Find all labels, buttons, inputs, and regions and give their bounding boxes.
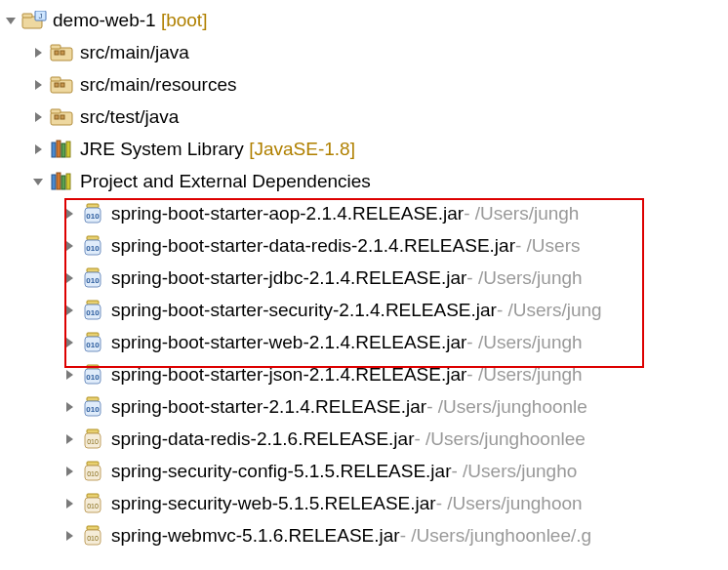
jar-item[interactable]: 010spring-webmvc-5.1.6.RELEASE.jar - /Us… xyxy=(0,519,728,551)
folder-label: src/main/resources xyxy=(80,74,237,96)
svg-text:010: 010 xyxy=(87,503,99,509)
jre-library[interactable]: JRE System Library [JavaSE-1.8] xyxy=(0,133,728,165)
library-icon xyxy=(49,139,74,160)
svg-rect-33 xyxy=(87,301,99,305)
collapse-arrow-icon[interactable] xyxy=(61,302,78,319)
project-tree: J demo-web-1 [boot] src/main/java xyxy=(0,0,728,555)
jar-icon: 010 xyxy=(80,300,105,321)
collapse-arrow-icon[interactable] xyxy=(61,237,78,255)
jar-name: spring-webmvc-5.1.6.RELEASE.jar xyxy=(111,525,400,547)
jar-icon: 010 xyxy=(80,235,105,257)
jar-item[interactable]: 010spring-data-redis-2.1.6.RELEASE.jar -… xyxy=(0,423,728,455)
jar-path: - /Users/junghoon xyxy=(436,493,583,514)
svg-rect-22 xyxy=(61,176,65,189)
collapse-arrow-icon[interactable] xyxy=(61,430,78,448)
svg-rect-20 xyxy=(52,175,56,189)
svg-rect-24 xyxy=(87,204,99,208)
jar-icon: 010 xyxy=(80,203,105,224)
svg-rect-16 xyxy=(52,142,56,157)
jar-item[interactable]: 010spring-boot-starter-aop-2.1.4.RELEASE… xyxy=(0,197,728,229)
collapse-arrow-icon[interactable] xyxy=(29,108,47,126)
svg-text:010: 010 xyxy=(87,438,99,445)
svg-rect-19 xyxy=(66,142,70,157)
package-folder-icon xyxy=(49,106,74,128)
svg-rect-15 xyxy=(61,115,64,119)
svg-rect-13 xyxy=(51,109,61,113)
svg-rect-23 xyxy=(66,174,70,189)
folder-label: src/main/java xyxy=(80,42,189,63)
project-root[interactable]: J demo-web-1 [boot] xyxy=(0,4,728,36)
jar-item[interactable]: 010spring-boot-starter-security-2.1.4.RE… xyxy=(0,294,728,326)
svg-rect-42 xyxy=(87,397,99,401)
svg-rect-30 xyxy=(87,268,99,272)
collapse-arrow-icon[interactable] xyxy=(61,205,78,223)
svg-text:010: 010 xyxy=(86,341,100,349)
svg-text:010: 010 xyxy=(86,308,100,317)
collapse-arrow-icon[interactable] xyxy=(61,269,78,287)
jar-name: spring-boot-starter-2.1.4.RELEASE.jar xyxy=(111,396,426,418)
svg-rect-9 xyxy=(51,77,61,81)
svg-rect-6 xyxy=(55,51,59,55)
collapse-arrow-icon[interactable] xyxy=(61,398,78,416)
svg-rect-45 xyxy=(87,429,99,433)
svg-rect-17 xyxy=(57,141,61,157)
jar-name: spring-security-web-5.1.5.RELEASE.jar xyxy=(111,493,436,514)
jar-item[interactable]: 010spring-boot-starter-json-2.1.4.RELEAS… xyxy=(0,358,728,390)
svg-rect-10 xyxy=(55,83,59,87)
jar-icon: 010 xyxy=(80,525,105,547)
dependencies-container[interactable]: Project and External Dependencies xyxy=(0,165,728,197)
jar-name: spring-data-redis-2.1.6.RELEASE.jar xyxy=(111,428,414,450)
svg-rect-36 xyxy=(87,333,99,337)
jar-path: - /Users/jungh xyxy=(466,364,582,386)
project-name: demo-web-1 xyxy=(53,10,156,31)
svg-rect-7 xyxy=(61,51,64,55)
jar-item[interactable]: 010spring-security-web-5.1.5.RELEASE.jar… xyxy=(0,487,728,519)
svg-rect-5 xyxy=(51,45,61,49)
collapse-arrow-icon[interactable] xyxy=(61,366,78,384)
collapse-arrow-icon[interactable] xyxy=(61,495,78,512)
svg-rect-54 xyxy=(87,526,99,530)
svg-text:010: 010 xyxy=(87,470,99,477)
jar-item[interactable]: 010spring-security-config-5.1.5.RELEASE.… xyxy=(0,455,728,487)
svg-rect-18 xyxy=(61,143,65,157)
source-folder[interactable]: src/main/java xyxy=(0,36,728,68)
jar-icon: 010 xyxy=(80,396,105,418)
svg-text:010: 010 xyxy=(86,244,100,253)
collapse-arrow-icon[interactable] xyxy=(29,141,47,158)
jar-path: - /Users/jungh xyxy=(464,203,579,224)
svg-rect-14 xyxy=(55,115,59,119)
jar-name: spring-boot-starter-web-2.1.4.RELEASE.ja… xyxy=(111,332,466,353)
collapse-arrow-icon[interactable] xyxy=(61,334,78,351)
jar-path: - /Users/jungho xyxy=(451,461,577,482)
expand-arrow-icon[interactable] xyxy=(29,173,47,190)
jar-path: - /Users/junghoonlee/.g xyxy=(400,525,591,547)
svg-rect-48 xyxy=(87,462,99,466)
source-folder[interactable]: src/test/java xyxy=(0,101,728,133)
collapse-arrow-icon[interactable] xyxy=(29,44,47,61)
deps-label: Project and External Dependencies xyxy=(80,171,371,192)
expand-arrow-icon[interactable] xyxy=(2,12,20,29)
collapse-arrow-icon[interactable] xyxy=(61,463,78,480)
source-folder[interactable]: src/main/resources xyxy=(0,68,728,101)
collapse-arrow-icon[interactable] xyxy=(61,527,78,545)
jar-icon: 010 xyxy=(80,267,105,289)
svg-text:010: 010 xyxy=(86,212,100,221)
svg-rect-27 xyxy=(87,236,99,240)
folder-label: src/test/java xyxy=(80,106,179,128)
library-icon xyxy=(49,171,74,192)
project-icon: J xyxy=(21,10,47,31)
jar-name: spring-boot-starter-json-2.1.4.RELEASE.j… xyxy=(111,364,466,386)
jar-path: - /Users/junghoonle xyxy=(426,396,587,418)
jar-item[interactable]: 010spring-boot-starter-web-2.1.4.RELEASE… xyxy=(0,326,728,358)
jar-item[interactable]: 010spring-boot-starter-2.1.4.RELEASE.jar… xyxy=(0,390,728,423)
jar-name: spring-security-config-5.1.5.RELEASE.jar xyxy=(111,461,451,482)
svg-rect-11 xyxy=(61,83,64,87)
jar-item[interactable]: 010spring-boot-starter-jdbc-2.1.4.RELEAS… xyxy=(0,262,728,294)
collapse-arrow-icon[interactable] xyxy=(29,76,47,94)
jar-name: spring-boot-starter-aop-2.1.4.RELEASE.ja… xyxy=(111,203,464,224)
svg-text:J: J xyxy=(39,12,43,20)
jre-label: JRE System Library xyxy=(80,139,244,160)
svg-text:010: 010 xyxy=(86,373,100,382)
jar-path: - /Users/jungh xyxy=(466,332,582,353)
jar-item[interactable]: 010spring-boot-starter-data-redis-2.1.4.… xyxy=(0,229,728,262)
